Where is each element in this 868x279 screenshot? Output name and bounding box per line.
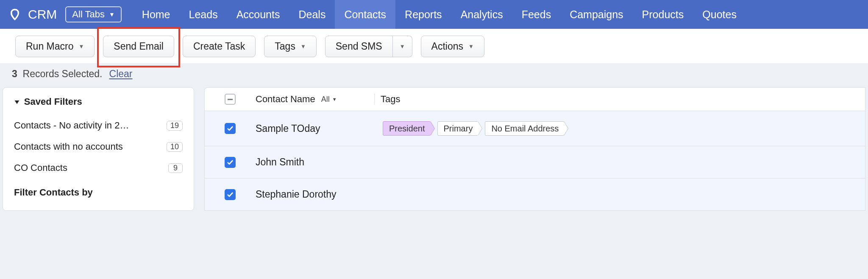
row-checkbox[interactable] [225, 189, 236, 200]
saved-filter-item[interactable]: Contacts with no accounts10 [14, 136, 183, 157]
saved-filter-item[interactable]: CO Contacts9 [14, 157, 183, 179]
tags-button[interactable]: Tags ▼ [264, 36, 316, 57]
run-macro-button[interactable]: Run Macro ▼ [15, 36, 95, 57]
caret-down-icon: ▼ [109, 11, 115, 18]
top-nav: CRM All Tabs ▼ HomeLeadsAccountsDealsCon… [0, 0, 868, 29]
saved-filters-header[interactable]: ▼ Saved Filters [14, 96, 183, 107]
row-checkbox-cell [205, 123, 256, 134]
filter-by-title: Filter Contacts by [14, 187, 183, 198]
brand: CRM [6, 6, 62, 23]
row-tags: PresidentPrimaryNo Email Address [383, 121, 564, 136]
saved-filter-name: Contacts - No activity in 2… [14, 120, 129, 131]
row-contact-name: John Smith [256, 156, 383, 168]
nav-item-campaigns[interactable]: Campaigns [560, 0, 632, 29]
table-row[interactable]: John Smith [205, 146, 865, 178]
nav-item-quotes[interactable]: Quotes [693, 0, 746, 29]
filter-sidebar: ▼ Saved Filters Contacts - No activity i… [3, 87, 194, 211]
all-tabs-label: All Tabs [72, 9, 105, 20]
toolbar: Run Macro ▼ Send Email Create Task Tags … [0, 29, 868, 63]
send-sms-dropdown[interactable]: ▼ [393, 36, 412, 57]
create-task-label: Create Task [193, 41, 245, 52]
row-checkbox-cell [205, 157, 256, 168]
main-layout: ▼ Saved Filters Contacts - No activity i… [0, 87, 868, 211]
nav-item-feeds[interactable]: Feeds [512, 0, 560, 29]
send-email-button[interactable]: Send Email [103, 36, 174, 57]
send-sms-button[interactable]: Send SMS [325, 36, 393, 57]
saved-filter-item[interactable]: Contacts - No activity in 2…19 [14, 115, 183, 136]
clear-selection-link[interactable]: Clear [109, 68, 133, 80]
saved-filter-name: CO Contacts [14, 162, 67, 173]
saved-filter-count: 19 [167, 121, 183, 131]
app-name: CRM [28, 7, 57, 22]
caret-down-icon: ▼ [78, 43, 84, 50]
send-sms-label: Send SMS [336, 41, 382, 52]
nav-item-products[interactable]: Products [633, 0, 693, 29]
tag[interactable]: Primary [437, 121, 479, 136]
header-contact-name[interactable]: Contact Name All ▼ [256, 94, 374, 105]
row-checkbox[interactable] [225, 157, 236, 168]
tags-label: Tags [275, 41, 295, 52]
header-checkbox-cell [205, 94, 256, 105]
contact-name-all-filter[interactable]: All ▼ [321, 95, 337, 104]
nav-item-deals[interactable]: Deals [289, 0, 335, 29]
send-sms-group: Send SMS ▼ [325, 36, 412, 57]
table-row[interactable]: Sample TOdayPresidentPrimaryNo Email Add… [205, 111, 865, 146]
caret-down-icon: ▼ [400, 43, 405, 50]
saved-filter-count: 10 [167, 142, 183, 152]
actions-label: Actions [431, 41, 463, 52]
table-header: Contact Name All ▼ Tags [205, 88, 865, 111]
saved-filter-name: Contacts with no accounts [14, 141, 123, 152]
caret-down-icon: ▼ [468, 43, 474, 50]
row-contact-name: Stephanie Dorothy [256, 189, 383, 200]
saved-filters-list: Contacts - No activity in 2…19Contacts w… [14, 115, 183, 179]
caret-down-icon: ▼ [332, 97, 337, 102]
nav-item-contacts[interactable]: Contacts [335, 0, 395, 29]
send-email-label: Send Email [114, 41, 164, 52]
header-contact-name-label: Contact Name [256, 94, 315, 105]
nav-item-leads[interactable]: Leads [180, 0, 227, 29]
caret-down-icon: ▼ [300, 43, 306, 50]
tag[interactable]: President [383, 121, 431, 136]
nav-item-accounts[interactable]: Accounts [227, 0, 289, 29]
crm-logo-icon [6, 6, 24, 23]
header-tags[interactable]: Tags [374, 94, 400, 105]
all-filter-label: All [321, 95, 330, 104]
selection-text: 3 Records Selected. [12, 68, 103, 80]
row-checkbox-cell [205, 189, 256, 200]
saved-filters-title: Saved Filters [24, 96, 82, 107]
contacts-table: Contact Name All ▼ Tags Sample TOdayPres… [204, 87, 865, 211]
all-tabs-dropdown[interactable]: All Tabs ▼ [65, 6, 122, 22]
table-body: Sample TOdayPresidentPrimaryNo Email Add… [205, 111, 865, 210]
actions-button[interactable]: Actions ▼ [421, 36, 484, 57]
nav-item-reports[interactable]: Reports [395, 0, 451, 29]
table-row[interactable]: Stephanie Dorothy [205, 178, 865, 210]
nav-item-analytics[interactable]: Analytics [451, 0, 512, 29]
row-contact-name: Sample TOday [256, 123, 383, 134]
nav-items: HomeLeadsAccountsDealsContactsReportsAna… [133, 0, 746, 29]
select-all-checkbox[interactable] [225, 94, 236, 105]
run-macro-label: Run Macro [26, 41, 73, 52]
create-task-button[interactable]: Create Task [183, 36, 256, 57]
row-checkbox[interactable] [225, 123, 236, 134]
selection-bar: 3 Records Selected. Clear [0, 63, 868, 87]
saved-filter-count: 9 [168, 163, 183, 173]
caret-down-icon: ▼ [13, 98, 21, 105]
nav-item-home[interactable]: Home [133, 0, 180, 29]
selection-label: Records Selected. [23, 68, 103, 79]
tag[interactable]: No Email Address [485, 121, 564, 136]
selection-count: 3 [12, 68, 17, 79]
